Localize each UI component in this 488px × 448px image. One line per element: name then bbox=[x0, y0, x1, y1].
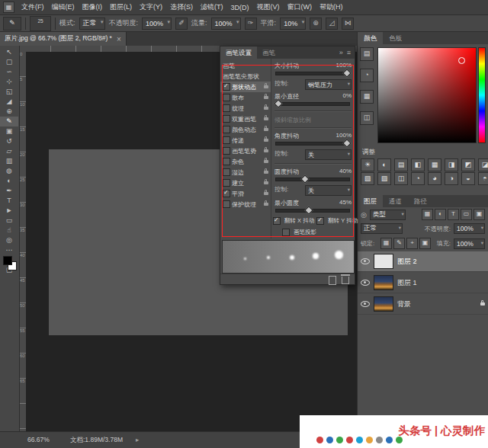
checkbox[interactable] bbox=[223, 83, 230, 91]
size-jitter-slider[interactable] bbox=[275, 72, 350, 75]
checkbox[interactable] bbox=[282, 229, 290, 236]
menu-item-help[interactable]: 帮助(H) bbox=[316, 2, 347, 12]
lasso-tool-icon[interactable]: ∽ bbox=[0, 67, 18, 77]
shape-tool-icon[interactable]: ▭ bbox=[0, 216, 18, 226]
checkbox[interactable] bbox=[223, 200, 230, 208]
tab-color[interactable]: 颜色 bbox=[358, 32, 383, 44]
lock-icon[interactable] bbox=[264, 203, 268, 206]
lock-icon[interactable] bbox=[264, 149, 268, 152]
checkbox[interactable] bbox=[223, 158, 230, 165]
type-tool-icon[interactable]: T bbox=[0, 196, 18, 206]
document-tab[interactable]: 原片.jpg @ 66.7% (图层 2, RGB/8#) * × bbox=[0, 32, 127, 46]
clone-stamp-tool-icon[interactable]: ▣ bbox=[0, 126, 18, 136]
layer-thumbnail[interactable] bbox=[374, 296, 393, 312]
fill-dropdown[interactable]: 100% bbox=[454, 238, 485, 249]
brush-panel-item-build-up[interactable]: 建立 bbox=[220, 178, 271, 188]
adjustment-icon[interactable]: ◧ bbox=[411, 158, 425, 171]
checkbox[interactable] bbox=[223, 136, 230, 144]
eraser-tool-icon[interactable]: ▱ bbox=[0, 146, 18, 156]
visibility-eye-icon[interactable] bbox=[361, 258, 370, 264]
checkbox[interactable] bbox=[223, 168, 230, 176]
layer-filter-icon[interactable]: ▦ bbox=[422, 209, 433, 220]
lock-icon[interactable] bbox=[264, 85, 268, 88]
menu-item-edit[interactable]: 编辑(E) bbox=[48, 2, 79, 12]
layer-row-layer2[interactable]: 图层 2 bbox=[358, 251, 488, 272]
layer-filter-icon[interactable]: ◐ bbox=[435, 209, 446, 220]
brush-panel-item-transfer[interactable]: 传递 bbox=[220, 135, 271, 146]
smoothing-options-icon[interactable]: ⊛ bbox=[310, 18, 322, 30]
crop-tool-icon[interactable]: ◱ bbox=[0, 87, 18, 97]
lock-icon[interactable] bbox=[264, 160, 268, 163]
adjustment-icon[interactable]: ◒ bbox=[461, 172, 475, 185]
opacity-dropdown[interactable]: 100% bbox=[142, 18, 172, 30]
menu-item-select[interactable]: 选择(S) bbox=[166, 2, 197, 12]
marquee-tool-icon[interactable]: ▢ bbox=[0, 57, 18, 67]
pen-tool-icon[interactable]: ✒ bbox=[0, 186, 18, 196]
adjustment-icon[interactable]: ◫ bbox=[394, 172, 408, 185]
blend-mode-dropdown[interactable]: 正常 bbox=[79, 18, 105, 30]
color-saturation-field[interactable] bbox=[377, 47, 477, 143]
menu-item-layer[interactable]: 图层(L) bbox=[106, 2, 136, 12]
lock-icon[interactable] bbox=[264, 171, 268, 174]
menu-item-filter[interactable]: 滤镜(T) bbox=[197, 2, 227, 12]
checkbox[interactable] bbox=[273, 217, 281, 225]
brush-panel-item-smoothing[interactable]: 平滑 bbox=[220, 188, 271, 199]
angle-jitter-slider[interactable] bbox=[275, 142, 350, 146]
adjustment-icon[interactable]: ◩ bbox=[461, 158, 475, 171]
lock-icon[interactable] bbox=[264, 107, 268, 110]
brush-panel-item-scattering[interactable]: 散布 bbox=[220, 92, 271, 103]
tab-channels[interactable]: 通道 bbox=[383, 195, 408, 207]
layer-blend-mode-dropdown[interactable]: 正常 bbox=[361, 223, 403, 234]
min-diameter-slider[interactable] bbox=[275, 102, 350, 106]
brush-panel-item-wet-edges[interactable]: 湿边 bbox=[220, 167, 271, 178]
checkbox[interactable] bbox=[223, 179, 230, 187]
layer-filter-icon[interactable]: T bbox=[448, 209, 459, 220]
edit-toolbar-icon[interactable]: ⋯ bbox=[0, 245, 18, 255]
dodge-tool-icon[interactable]: ◐ bbox=[0, 176, 18, 186]
layer-filter-icon[interactable]: ▭ bbox=[461, 209, 472, 220]
collapsed-panel-icon[interactable]: ◔ bbox=[360, 69, 374, 82]
airbrush-icon[interactable]: ✑ bbox=[245, 18, 257, 30]
lock-icon[interactable] bbox=[264, 117, 268, 120]
brush-angle-icon[interactable]: ◿ bbox=[326, 18, 338, 30]
adjustment-icon[interactable]: ◔ bbox=[411, 172, 425, 185]
gradient-tool-icon[interactable]: ▥ bbox=[0, 156, 18, 166]
layer-name[interactable]: 图层 1 bbox=[397, 278, 417, 288]
delete-brush-icon[interactable] bbox=[342, 277, 349, 284]
new-brush-icon[interactable] bbox=[329, 276, 336, 285]
roundness-jitter-slider[interactable] bbox=[275, 178, 350, 181]
size-control-dropdown[interactable]: 钢笔压力 bbox=[305, 79, 352, 90]
tab-brushes[interactable]: 画笔 bbox=[257, 46, 281, 59]
visibility-eye-icon[interactable] bbox=[361, 301, 370, 307]
adjustment-icon[interactable]: ◕ bbox=[428, 172, 441, 185]
angle-control-dropdown[interactable]: 关 bbox=[305, 149, 352, 160]
adjustment-icon[interactable]: ◨ bbox=[445, 158, 458, 171]
tab-layers[interactable]: 图层 bbox=[358, 195, 383, 207]
brush-panel-item-brushes[interactable]: 画笔 bbox=[220, 60, 271, 71]
checkbox[interactable] bbox=[223, 115, 230, 123]
zoom-tool-icon[interactable]: ◎ bbox=[0, 235, 18, 245]
lock-icon[interactable] bbox=[264, 128, 268, 131]
panel-menu-icon[interactable]: ≡ bbox=[347, 46, 351, 59]
symmetry-icon[interactable]: ⋈ bbox=[342, 18, 354, 30]
lock-icon[interactable] bbox=[264, 192, 268, 195]
smoothing-dropdown[interactable]: 10% bbox=[280, 18, 306, 30]
adjustment-icon[interactable]: ▤ bbox=[394, 158, 408, 171]
roundness-control-dropdown[interactable]: 关 bbox=[305, 185, 352, 196]
checkbox[interactable] bbox=[223, 147, 230, 155]
lock-option-icon[interactable]: ▣ bbox=[419, 238, 431, 249]
hand-tool-icon[interactable]: ☝ bbox=[0, 226, 18, 235]
healing-brush-tool-icon[interactable]: ⊕ bbox=[0, 107, 18, 117]
blur-tool-icon[interactable]: ◍ bbox=[0, 166, 18, 176]
menu-item-window[interactable]: 窗口(W) bbox=[284, 2, 316, 12]
tab-paths[interactable]: 路径 bbox=[408, 195, 433, 207]
tool-preset-dropdown[interactable]: ✎ bbox=[3, 17, 21, 30]
adjustment-icon[interactable]: ▧ bbox=[361, 172, 374, 185]
adjustment-icon[interactable]: ◐ bbox=[377, 158, 391, 171]
visibility-eye-icon[interactable] bbox=[361, 280, 370, 286]
status-options-icon[interactable]: ▸ bbox=[136, 436, 139, 443]
checkbox[interactable] bbox=[223, 126, 230, 133]
min-roundness-slider[interactable] bbox=[275, 209, 350, 213]
filter-kind-dropdown[interactable]: 类型 bbox=[370, 210, 406, 220]
layer-thumbnail[interactable] bbox=[374, 275, 393, 290]
